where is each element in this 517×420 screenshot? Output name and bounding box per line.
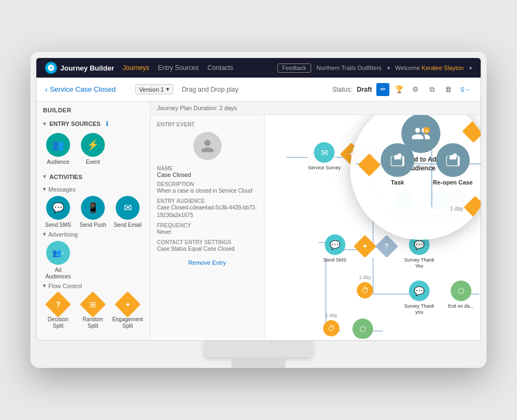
ad-audiences-label: Ad Audiences <box>43 267 73 280</box>
delete-icon[interactable]: 🗑 <box>442 83 455 96</box>
mag-time-label: 1 day <box>450 206 463 212</box>
node-question2[interactable]: ? <box>379 238 395 254</box>
email-label: Send Email <box>114 222 141 228</box>
mag-reopen-node[interactable]: Re-open Case <box>433 143 472 186</box>
entry-sources-collapse[interactable]: ▾ ENTRY SOURCES ℹ <box>36 117 150 131</box>
random-split-label: Random Split <box>78 316 108 329</box>
survey-ty3-label: Survey Thank You <box>400 257 438 269</box>
nav-contacts[interactable]: Contacts <box>207 64 233 72</box>
mag-reopen-icon <box>436 143 470 177</box>
back-button[interactable]: ‹ Service Case Closed <box>45 85 116 94</box>
flow-control-section: ▾ Flow Control ? Decision Split <box>36 282 150 329</box>
entry-description-field: DESCRIPTION When a case is closed in Ser… <box>157 181 257 195</box>
nav-welcome: Welcome Keralee Slayton <box>395 65 464 71</box>
flow-control-collapse-icon: ▾ <box>43 282 46 289</box>
mag-diamond-bottom-right <box>467 199 481 215</box>
sidebar-item-sms[interactable]: 💬 Send SMS <box>43 196 73 228</box>
magnified-overlay: + Add to AdAudience <box>350 115 481 240</box>
entry-event-label: ENTRY EVENT <box>157 122 257 128</box>
entry-contact-field: CONTACT ENTRY SETTINGS Case:Status Equal… <box>157 239 257 253</box>
sidebar: Builder ▾ ENTRY SOURCES ℹ 👥 Audience ⚡ E… <box>36 101 150 340</box>
top-nav: Journey Builder Journeys Entry Sources C… <box>36 58 481 78</box>
entry-sources-grid: 👥 Audience ⚡ Event <box>36 131 150 170</box>
sidebar-item-ad-audiences[interactable]: 👥+ Ad Audiences <box>43 241 73 280</box>
copy-icon[interactable]: ⧉ <box>425 83 438 96</box>
flow-control-grid: ? Decision Split ⊞ Random Split <box>43 292 143 329</box>
nav-links: Journeys Entry Sources Contacts <box>123 64 269 72</box>
exit1-label: Exit on da... <box>448 303 474 309</box>
nav-right: Feedback Northern Trails Outfitters ▾ We… <box>278 63 472 73</box>
question2-icon: ? <box>375 235 398 258</box>
sidebar-item-email[interactable]: ✉ Send Email <box>112 196 143 228</box>
advertising-grid: 👥+ Ad Audiences <box>43 241 143 280</box>
remove-entry-button[interactable]: Remove Entry <box>157 259 257 266</box>
node-delay3[interactable]: 1 day ⏱ <box>323 320 339 336</box>
node-exit1[interactable]: ⬡ Exit on da... <box>448 281 474 309</box>
node-split2[interactable]: ✦ <box>357 238 373 254</box>
messages-label[interactable]: ▾ Messages <box>43 186 143 193</box>
brand: Journey Builder <box>45 62 114 74</box>
feedback-button[interactable]: Feedback <box>278 63 311 73</box>
audience-label: Audience <box>47 159 70 166</box>
push-icon: 📱 <box>81 196 105 220</box>
sidebar-item-push[interactable]: 📱 Send Push <box>78 196 108 228</box>
service-survey-label: Service Survey <box>308 165 341 171</box>
send-sms-label: Send SMS <box>323 257 346 263</box>
sub-header: ‹ Service Case Closed Version 1 ▾ Drag a… <box>36 78 481 101</box>
activate-btn[interactable]: S→ <box>459 83 472 96</box>
push-label: Send Push <box>80 222 106 228</box>
entry-name-field: NAME Case Closed <box>157 166 257 178</box>
sms-icon: 💬 <box>46 196 70 220</box>
settings-icon[interactable]: ⚙ <box>409 83 422 96</box>
mag-reopen-label: Re-open Case <box>433 179 472 186</box>
user-name: Keralee Slayton <box>421 65 464 71</box>
split2-icon: ✦ <box>354 235 376 258</box>
service-survey-icon: ✉ <box>314 142 335 163</box>
svg-text:+: + <box>425 128 428 134</box>
brand-name: Journey Builder <box>60 64 114 72</box>
send-sms-icon: 💬 <box>325 234 345 255</box>
ad-audiences-icon: 👥+ <box>46 241 70 265</box>
mag-diamond-left <box>361 157 377 173</box>
screen: Journey Builder Journeys Entry Sources C… <box>36 58 481 341</box>
sidebar-item-decision-split[interactable]: ? Decision Split <box>43 292 73 329</box>
node-survey-ty4[interactable]: 💬 Survey Thank you <box>400 281 438 315</box>
node-send-sms[interactable]: 💬 Send SMS <box>323 234 346 263</box>
sidebar-item-engagement-split[interactable]: ✦ Engagement Split <box>112 292 143 329</box>
trophy-icon[interactable]: 🏆 <box>393 83 406 96</box>
drag-drop-label: Drag and Drop play <box>182 86 238 93</box>
status-label: Status: <box>332 86 352 93</box>
engagement-split-label: Engagement Split <box>112 316 143 329</box>
advertising-collapse-icon: ▾ <box>43 231 46 238</box>
canvas[interactable]: Journey Plan Duration: 2 days ENTRY EVEN… <box>150 101 481 340</box>
nav-journeys[interactable]: Journeys <box>123 64 149 72</box>
flow-control-label[interactable]: ▾ Flow Control <box>43 282 143 289</box>
version-dropdown-icon: ▾ <box>166 86 169 93</box>
main-layout: Builder ▾ ENTRY SOURCES ℹ 👥 Audience ⚡ E… <box>36 101 481 340</box>
user-dropdown-arrow[interactable]: ▾ <box>469 65 472 71</box>
node-delay2[interactable]: 1 day ⏱ <box>357 282 373 298</box>
node-service-survey[interactable]: ✉ Service Survey <box>308 142 341 171</box>
mag-task-node[interactable]: Task <box>381 143 414 186</box>
activities-collapse[interactable]: ▾ ACTIVITIES <box>36 170 150 183</box>
survey-ty4-label: Survey Thank you <box>400 303 438 315</box>
status-value: Draft <box>357 86 372 93</box>
org-dropdown-arrow[interactable]: ▾ <box>387 65 390 71</box>
messages-grid: 💬 Send SMS 📱 Send Push ✉ Send Email <box>43 196 143 228</box>
edit-icon[interactable]: ✏ <box>376 83 389 96</box>
audience-icon: 👥 <box>46 133 70 157</box>
delay2-time: 1 day <box>359 275 371 280</box>
status-section: Status: Draft ✏ 🏆 ⚙ ⧉ 🗑 S→ <box>332 83 472 96</box>
event-label: Event <box>86 159 100 166</box>
sidebar-item-audience[interactable]: 👥 Audience <box>43 133 73 166</box>
sidebar-item-random-split[interactable]: ⊞ Random Split <box>78 292 108 329</box>
version-selector[interactable]: Version 1 ▾ <box>135 84 173 94</box>
monitor-stand <box>231 357 286 368</box>
toolbar-icons: ✏ 🏆 ⚙ ⧉ 🗑 <box>376 83 455 96</box>
node-exit2[interactable]: ⬡ Exit on day 1 <box>349 319 377 339</box>
sidebar-item-event[interactable]: ⚡ Event <box>78 133 108 166</box>
nav-entry-sources[interactable]: Entry Sources <box>158 64 199 72</box>
advertising-label[interactable]: ▾ Advertising <box>43 231 143 238</box>
exit2-icon: ⬡ <box>352 319 373 339</box>
collapse-arrow-icon: ▾ <box>43 120 46 128</box>
